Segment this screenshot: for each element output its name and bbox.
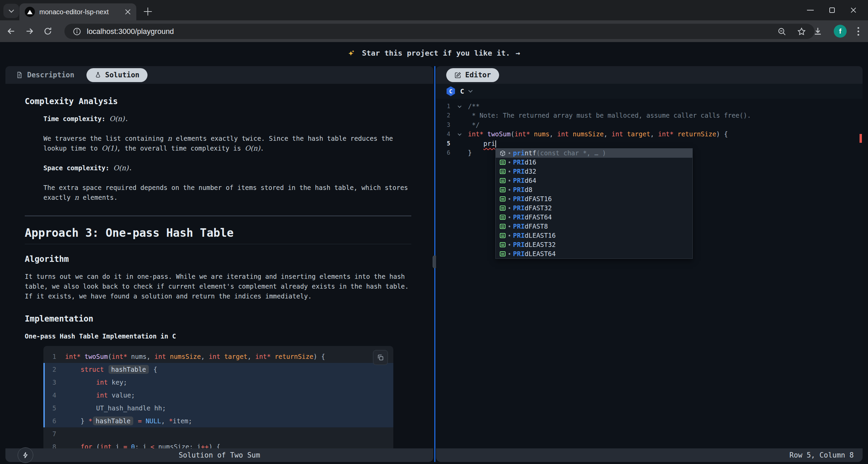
copy-code-button[interactable] xyxy=(373,350,388,365)
problem-panel-tabs: Description Solution xyxy=(5,66,433,84)
tab-title: monaco-editor-lsp-next xyxy=(39,8,120,16)
macro-suggestion-icon xyxy=(499,214,506,221)
solution-title: Solution of Two Sum xyxy=(5,448,433,462)
suggestion-dot xyxy=(509,244,510,246)
editor-line[interactable]: 5 pri xyxy=(436,139,863,148)
zoom-out-icon[interactable] xyxy=(777,27,787,36)
tab-description[interactable]: Description xyxy=(16,71,74,79)
reload-icon xyxy=(43,26,53,36)
chevron-down-icon xyxy=(8,7,14,13)
editor-line-number: 2 xyxy=(436,111,450,120)
suggestion-item[interactable]: PRId16 xyxy=(496,158,692,167)
suggestion-dot xyxy=(509,152,510,154)
back-button[interactable] xyxy=(5,25,18,38)
window-minimize-icon[interactable] xyxy=(807,10,814,11)
macro-suggestion-icon xyxy=(499,168,506,175)
solution-content[interactable]: Complexity Analysis Time complexity: O(n… xyxy=(5,84,433,448)
panel-resize-divider[interactable] xyxy=(433,66,436,462)
copy-icon xyxy=(377,354,384,361)
document-icon xyxy=(16,71,23,79)
algorithm-para: It turns out we can do it in one-pass. W… xyxy=(25,272,411,301)
suggestion-item[interactable]: printf(const char *, … ) xyxy=(496,149,692,158)
site-info-icon[interactable] xyxy=(73,27,81,36)
line-number: 6 xyxy=(43,414,65,427)
macro-suggestion-icon xyxy=(499,205,506,212)
suggestion-label: printf(const char *, … ) xyxy=(513,149,606,158)
suggestion-item[interactable]: PRIdLEAST32 xyxy=(496,240,692,249)
implementation-heading: Implementation xyxy=(25,314,411,324)
suggestion-label: PRId8 xyxy=(513,185,532,194)
suggestion-label: PRIdLEAST64 xyxy=(513,249,556,258)
window-close-icon[interactable] xyxy=(850,7,856,13)
fold-chevron-icon[interactable] xyxy=(458,104,461,108)
browser-menu-icon[interactable] xyxy=(857,27,859,36)
c-language-icon: C xyxy=(446,86,455,96)
suggestion-dot xyxy=(509,226,510,227)
suggestion-item[interactable]: PRId8 xyxy=(496,185,692,194)
macro-suggestion-icon xyxy=(499,177,506,184)
tab-editor[interactable]: Editor xyxy=(446,68,499,82)
code-line: 5 UT_hash_handle hh; xyxy=(43,402,393,414)
macro-suggestion-icon xyxy=(499,251,506,257)
url-text[interactable]: localhost:3000/playground xyxy=(87,27,772,36)
forward-button[interactable] xyxy=(23,25,36,38)
forward-arrow-icon xyxy=(24,26,35,36)
suggestion-dot xyxy=(509,180,510,181)
line-number: 7 xyxy=(43,427,65,440)
space-complexity-para: Space complexity: O(n). xyxy=(43,163,411,173)
tab-close-icon[interactable] xyxy=(125,9,131,15)
code-line: 6 } *hashTable = NULL, *item; xyxy=(43,414,393,427)
monaco-editor[interactable]: 1/**2 * Note: The returned array must be… xyxy=(436,99,863,448)
editor-panel: Editor C C 1/**2 * Note: The returned ar… xyxy=(436,66,863,462)
problem-panel: Description Solution Complexity Analysis… xyxy=(5,66,433,462)
suggestion-item[interactable]: PRIdFAST64 xyxy=(496,213,692,222)
macro-suggestion-icon xyxy=(499,187,506,193)
suggestion-item[interactable]: PRIdFAST8 xyxy=(496,222,692,231)
macro-suggestion-icon xyxy=(499,196,506,202)
tab-solution[interactable]: Solution xyxy=(86,68,147,82)
line-number: 8 xyxy=(43,440,65,448)
line-number: 1 xyxy=(43,350,65,363)
suggestion-label: PRIdFAST64 xyxy=(513,213,552,222)
bookmark-star-icon[interactable] xyxy=(797,27,806,36)
language-selector[interactable]: C C xyxy=(436,84,863,99)
editor-line[interactable]: 4int* twoSum(int* nums, int numsSize, in… xyxy=(436,130,863,139)
time-complexity-para: Time complexity: O(n). xyxy=(43,114,411,124)
browser-toolbar: localhost:3000/playground f xyxy=(0,20,868,42)
banner-text: Star this project if you like it. xyxy=(362,49,510,57)
code-line: 7 xyxy=(43,427,393,440)
reload-button[interactable] xyxy=(41,25,54,38)
suggestion-item[interactable]: PRIdLEAST64 xyxy=(496,249,692,258)
browser-tab-active[interactable]: monaco-editor-lsp-next xyxy=(19,3,136,20)
suggestion-item[interactable]: PRId32 xyxy=(496,167,692,176)
suggestion-dot xyxy=(509,171,510,172)
star-project-banner[interactable]: ✦✦ Star this project if you like it. → xyxy=(0,42,868,64)
address-bar[interactable]: localhost:3000/playground xyxy=(64,24,814,39)
downloads-icon[interactable] xyxy=(813,26,823,36)
suggestion-label: PRIdFAST16 xyxy=(513,194,552,204)
editor-line[interactable]: 2 * Note: The returned array must be mal… xyxy=(436,111,863,120)
line-number: 2 xyxy=(43,363,65,376)
toolbar-right: f xyxy=(813,20,868,42)
fold-chevron-icon[interactable] xyxy=(458,132,461,136)
solution-code-block: 1int* twoSum(int* nums, int numsSize, in… xyxy=(43,346,393,448)
editor-line[interactable]: 3 */ xyxy=(436,120,863,130)
suggestion-item[interactable]: PRIdLEAST16 xyxy=(496,231,692,240)
macro-suggestion-icon xyxy=(499,159,506,166)
function-suggestion-icon xyxy=(499,150,506,157)
code-line: 2 struct hashTable { xyxy=(43,363,393,376)
suggestion-item[interactable]: PRIdFAST32 xyxy=(496,204,692,213)
approach-heading: Approach 3: One-pass Hash Table xyxy=(25,228,411,244)
suggestion-label: PRId16 xyxy=(513,158,536,167)
suggestion-dot xyxy=(509,161,510,163)
suggestion-item[interactable]: PRId64 xyxy=(496,176,692,185)
new-tab-button[interactable] xyxy=(142,6,153,17)
suggestion-label: PRId32 xyxy=(513,167,536,176)
suggestion-item[interactable]: PRIdFAST16 xyxy=(496,194,692,204)
banner-arrow-icon: → xyxy=(516,49,520,57)
profile-avatar[interactable]: f xyxy=(834,25,847,38)
editor-line[interactable]: 1/** xyxy=(436,102,863,111)
algorithm-heading: Algorithm xyxy=(25,254,411,264)
window-maximize-icon[interactable] xyxy=(829,7,835,13)
tab-search-button[interactable] xyxy=(3,4,19,18)
